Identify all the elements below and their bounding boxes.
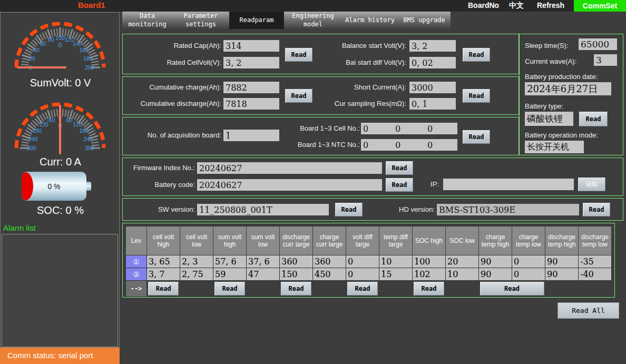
balance-start-input[interactable] xyxy=(409,40,456,52)
current-gauge-icon: -300-240-180-120-600601201802403000 xyxy=(5,95,115,158)
firmware-index-input[interactable] xyxy=(197,162,382,174)
battery-type-input[interactable] xyxy=(525,112,573,126)
ip-input[interactable] xyxy=(443,179,574,190)
read-rated-button[interactable]: Read xyxy=(285,48,312,62)
language-toggle-button[interactable]: 中文 xyxy=(509,1,524,11)
value-cell: 0 xyxy=(346,255,379,268)
table-column-header: cell volt high xyxy=(147,227,180,255)
rated-cellvolt-input[interactable] xyxy=(223,57,279,68)
read-battery-code-button[interactable]: Read xyxy=(386,178,413,192)
read-cumulative-button[interactable]: Read xyxy=(285,89,312,103)
hd-version-input[interactable] xyxy=(437,204,579,215)
operation-mode-label: Battery operation mode: xyxy=(525,131,598,139)
battery-code-input[interactable] xyxy=(197,179,382,191)
acq-board-label: No. of acquisition board: xyxy=(123,130,221,141)
sw-version-input[interactable] xyxy=(197,204,329,215)
tab-alarm-history[interactable]: Alarm history xyxy=(342,12,398,29)
sidebar: 0204060801001201401601802000 SumVolt: 0 … xyxy=(0,12,120,348)
bal-start-diff-input[interactable] xyxy=(409,57,456,68)
cum-discharge-input[interactable] xyxy=(223,98,279,110)
empty-cell xyxy=(247,281,280,297)
rated-cap-input[interactable] xyxy=(223,40,279,52)
value-cell: 3, 65 xyxy=(147,255,180,268)
commset-button[interactable]: CommSet xyxy=(574,0,626,12)
sleep-time-input[interactable] xyxy=(579,38,617,50)
cum-charge-input[interactable] xyxy=(223,82,279,93)
value-cell: 47 xyxy=(247,268,280,281)
tab-readparam[interactable]: Readparam xyxy=(229,12,284,29)
soc-label: SOC: 0 % xyxy=(1,204,120,217)
bal-start-diff-label: Bal start diff Volt(V): xyxy=(323,57,406,68)
cur-sampling-res-label: Cur sampling Res(mΩ): xyxy=(323,98,406,110)
value-cell: 360 xyxy=(313,255,346,268)
table-column-header: discharge temp high xyxy=(545,227,579,255)
board-no-button[interactable]: BoardNo xyxy=(468,1,499,9)
read-balance-button[interactable]: Read xyxy=(463,48,490,62)
acq-board-input[interactable] xyxy=(223,130,279,141)
refresh-button[interactable]: Refresh xyxy=(537,1,564,9)
current-wave-input[interactable] xyxy=(594,54,617,66)
svg-text:120: 120 xyxy=(73,121,82,127)
read-hd-version-button[interactable]: Read xyxy=(583,203,610,217)
cell-no-label: Board 1~3 Cell No.: xyxy=(291,123,360,134)
value-cell: 57, 6 xyxy=(213,255,247,268)
hd-version-label: HD version: xyxy=(376,204,435,215)
ntc-no-input-3[interactable] xyxy=(425,139,457,151)
read-acquisition-button[interactable]: Read xyxy=(463,130,490,144)
value-cell: 59 xyxy=(213,268,247,281)
table-column-header: Lev xyxy=(126,227,147,255)
svg-text:240: 240 xyxy=(83,136,93,142)
svg-text:-180: -180 xyxy=(31,127,42,134)
table-read-button[interactable]: Read xyxy=(148,282,179,296)
comm-status-text: Comm status: serial port xyxy=(7,351,93,360)
table-footer-row: -->ReadReadReadReadReadRead xyxy=(126,281,612,297)
value-cell: 0 xyxy=(512,268,545,281)
tab-engineering-model[interactable]: Engineering model xyxy=(284,12,342,29)
cell-no-input-1[interactable] xyxy=(361,123,393,134)
svg-text:80: 80 xyxy=(48,36,54,43)
ntc-no-label: Board 1~3 NTC No.: xyxy=(291,139,360,151)
table-read-button[interactable]: Read xyxy=(480,282,544,296)
empty-cell xyxy=(579,281,612,297)
svg-text:140: 140 xyxy=(73,41,82,47)
alarm-list[interactable] xyxy=(2,234,118,347)
table-read-button[interactable]: Read xyxy=(214,282,245,296)
tab-data-monitoring[interactable]: Data monitoring xyxy=(122,12,172,29)
battery-code-label: Battery code: xyxy=(123,179,195,191)
operation-mode-input[interactable] xyxy=(525,141,584,153)
ip-label: IP: xyxy=(418,179,439,190)
table-read-button[interactable]: Read xyxy=(347,282,378,296)
table-column-header: sum volt high xyxy=(213,227,247,255)
read-sw-version-button[interactable]: Read xyxy=(335,203,363,217)
value-cell: 90 xyxy=(479,255,512,268)
read-battery-type-button[interactable]: Read xyxy=(579,112,608,126)
read-firmware-button[interactable]: Read xyxy=(386,161,413,175)
cell-no-input-3[interactable] xyxy=(425,123,457,134)
comm-status-bar: Comm status: serial port xyxy=(0,348,120,364)
value-cell: 450 xyxy=(313,268,346,281)
svg-text:160: 160 xyxy=(80,47,89,53)
cum-charge-label: Cumulative charge(Ah): xyxy=(123,82,221,93)
arrow-cell: --> xyxy=(126,281,147,297)
table-read-button[interactable]: Read xyxy=(414,282,444,296)
read-short-current-button[interactable]: Read xyxy=(463,89,490,103)
empty-cell xyxy=(379,281,413,297)
read-all-button[interactable]: Read All xyxy=(557,302,619,319)
ntc-no-input-1[interactable] xyxy=(361,139,393,151)
table-read-button[interactable]: Read xyxy=(281,282,311,296)
tab-bms-upgrade[interactable]: BMS upgrade xyxy=(398,12,451,29)
cur-sampling-res-input[interactable] xyxy=(409,98,456,110)
short-current-input[interactable] xyxy=(409,82,456,93)
table-row: ②3, 72, 7559471504500151021090090-40 xyxy=(126,268,612,281)
balance-start-label: Balance start Volt(V): xyxy=(323,40,406,52)
empty-cell xyxy=(313,281,346,297)
tab-parameter-settings[interactable]: Parameter settings xyxy=(172,12,229,29)
panel-cumulative: Cumulative charge(Ah): Cumulative discha… xyxy=(122,76,519,115)
production-date-input[interactable] xyxy=(525,82,611,95)
level-cell: ② xyxy=(126,268,147,281)
ntc-no-input-2[interactable] xyxy=(393,139,425,151)
cell-no-input-2[interactable] xyxy=(393,123,425,134)
short-current-label: Short Current(A): xyxy=(323,82,406,93)
panel-rated-balance: Rated Cap(Ah): Rated CellVolt(V): Read B… xyxy=(122,34,519,74)
read-ip-button[interactable]: 读取 xyxy=(578,178,605,191)
